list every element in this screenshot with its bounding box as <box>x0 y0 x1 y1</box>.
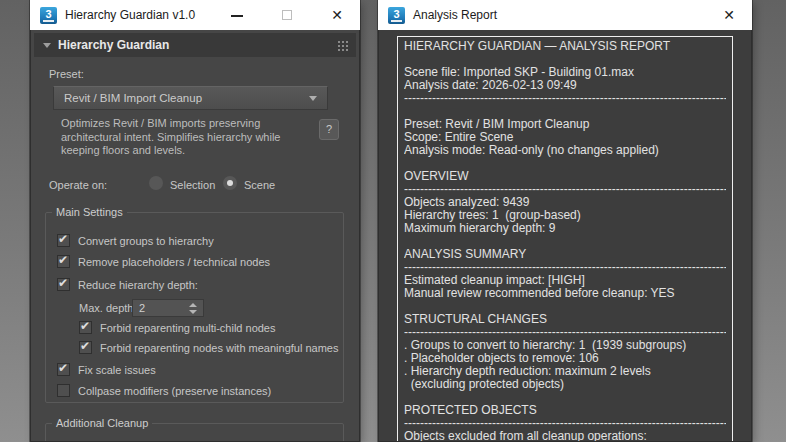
hierarchy-guardian-window: 3 Hierarchy Guardian v1.0 ✕ Hierarchy Gu… <box>30 0 360 442</box>
checkbox-icon[interactable] <box>79 321 92 334</box>
main-settings-title: Main Settings <box>52 206 127 218</box>
checkbox-icon[interactable] <box>57 255 70 268</box>
spinner-arrows-icon[interactable] <box>189 303 197 314</box>
checkbox-label: Remove placeholders / technical nodes <box>78 256 270 268</box>
report-line: ANALYSIS SUMMARY <box>404 248 726 261</box>
report-text-area[interactable]: HIERARCHY GUARDIAN — ANALYSIS REPORT Sce… <box>397 36 733 442</box>
radio-scene-label[interactable]: Scene <box>244 179 275 191</box>
preset-description: Optimizes Revit / BIM imports preserving… <box>61 117 306 158</box>
close-button[interactable]: ✕ <box>330 8 344 22</box>
right-titlebar: 3 Analysis Report ✕ <box>378 0 752 30</box>
checkbox-label: Forbid reparenting nodes with meaningful… <box>100 342 338 354</box>
report-line: ----------------------------------------… <box>404 417 726 430</box>
checkbox-label: Fix scale issues <box>78 364 156 376</box>
maximize-icon <box>282 10 292 20</box>
report-line: ----------------------------------------… <box>404 92 726 105</box>
chevron-down-icon <box>309 96 317 101</box>
max-depth-label: Max. depth <box>79 302 133 314</box>
additional-cleanup-group: Additional Cleanup <box>45 423 344 442</box>
checkbox-label: Collpase modifiers (preserve instances) <box>78 385 271 397</box>
minimize-button[interactable] <box>230 8 244 22</box>
right-window-title: Analysis Report <box>413 8 497 22</box>
radio-scene[interactable] <box>223 176 237 190</box>
report-line <box>404 391 726 404</box>
checkbox-fix-scale[interactable]: Fix scale issues <box>57 363 156 376</box>
report-line <box>404 105 726 118</box>
report-line: . Hierarchy depth reduction: maximum 2 l… <box>404 365 726 378</box>
checkbox-label: Forbid reparenting multi-child nodes <box>100 322 275 334</box>
preset-label: Preset: <box>49 68 84 80</box>
close-icon: ✕ <box>722 8 736 22</box>
report-line <box>404 53 726 66</box>
radio-selection-label[interactable]: Selection <box>170 179 215 191</box>
additional-cleanup-title: Additional Cleanup <box>52 417 152 429</box>
report-line: Analysis mode: Read-only (no changes app… <box>404 144 726 157</box>
report-line <box>404 235 726 248</box>
max-depth-spinner[interactable]: 2 <box>132 299 204 317</box>
checkbox-remove-placeholders[interactable]: Remove placeholders / technical nodes <box>57 255 270 268</box>
report-line: Scene file: Imported SKP - Building 01.m… <box>404 66 726 79</box>
report-line: Analysis date: 2026-02-13 09:49 <box>404 79 726 92</box>
report-line: . Placeholder objects to remove: 106 <box>404 352 726 365</box>
preset-description-line: architectural intent. Simplifies hierarc… <box>61 131 306 145</box>
report-line: Estimated cleanup impact: [HIGH] <box>404 274 726 287</box>
preset-dropdown-value: Revit / BIM Import Cleanup <box>64 92 309 104</box>
rollout-header[interactable]: Hierarchy Guardian <box>34 33 356 57</box>
rollout-collapse-icon <box>43 43 51 48</box>
max-depth-row: Max. depth 2 <box>57 301 317 319</box>
checkbox-label: Reduce hierarchy depth: <box>78 279 198 291</box>
report-line: STRUCTURAL CHANGES <box>404 313 726 326</box>
preset-dropdown[interactable]: Revit / BIM Import Cleanup <box>53 86 328 110</box>
report-line: Manual review recommended before cleanup… <box>404 287 726 300</box>
report-line: HIERARCHY GUARDIAN — ANALYSIS REPORT <box>404 40 726 53</box>
left-titlebar: 3 Hierarchy Guardian v1.0 ✕ <box>30 0 360 30</box>
checkbox-icon[interactable] <box>57 363 70 376</box>
close-icon: ✕ <box>330 8 344 22</box>
report-line: . Groups to convert to hierarchy: 1 (193… <box>404 339 726 352</box>
report-line: Objects excluded from all cleanup operat… <box>404 430 726 442</box>
report-line <box>404 300 726 313</box>
3dsmax-app-icon: 3 <box>40 7 57 24</box>
report-line: (excluding protected objects) <box>404 378 726 391</box>
report-line <box>404 157 726 170</box>
right-window-body: HIERARCHY GUARDIAN — ANALYSIS REPORT Sce… <box>378 30 752 442</box>
report-line: Scope: Entire Scene <box>404 131 726 144</box>
preset-description-line: keeping floors and levels. <box>61 144 306 158</box>
checkbox-label: Convert groups to hierarchy <box>78 235 214 247</box>
max-depth-value: 2 <box>139 302 189 314</box>
report-line: Maximum hierarchy depth: 9 <box>404 222 726 235</box>
rollout-grip-icon[interactable] <box>338 41 347 50</box>
report-line: Preset: Revit / BIM Import Cleanup <box>404 118 726 131</box>
left-window-title: Hierarchy Guardian v1.0 <box>65 8 195 22</box>
report-line: Objects analyzed: 9439 <box>404 196 726 209</box>
rollout-title: Hierarchy Guardian <box>58 38 169 52</box>
checkbox-reduce-depth[interactable]: Reduce hierarchy depth: <box>57 278 198 291</box>
report-line: ----------------------------------------… <box>404 261 726 274</box>
report-line: Hierarchy trees: 1 (group-based) <box>404 209 726 222</box>
help-button[interactable]: ? <box>319 119 339 140</box>
checkbox-forbid-multichild[interactable]: Forbid reparenting multi-child nodes <box>79 321 275 334</box>
3dsmax-app-icon: 3 <box>388 7 405 24</box>
checkbox-icon[interactable] <box>57 234 70 247</box>
analysis-report-window: 3 Analysis Report ✕ HIERARCHY GUARDIAN —… <box>378 0 752 442</box>
checkbox-convert-groups[interactable]: Convert groups to hierarchy <box>57 234 214 247</box>
report-line: ----------------------------------------… <box>404 326 726 339</box>
preset-description-line: Optimizes Revit / BIM imports preserving <box>61 117 306 131</box>
checkbox-icon[interactable] <box>57 278 70 291</box>
maximize-button[interactable] <box>280 8 294 22</box>
checkbox-forbid-meaningful[interactable]: Forbid reparenting nodes with meaningful… <box>79 341 338 354</box>
checkbox-icon[interactable] <box>79 341 92 354</box>
close-button[interactable]: ✕ <box>722 8 736 22</box>
minimize-icon <box>231 15 243 17</box>
report-line: OVERVIEW <box>404 170 726 183</box>
left-window-body: Hierarchy Guardian Preset: Revit / BIM I… <box>30 30 360 442</box>
checkbox-collapse-modifiers[interactable]: Collpase modifiers (preserve instances) <box>57 384 271 397</box>
report-line: ----------------------------------------… <box>404 183 726 196</box>
operate-on-label: Operate on: <box>49 179 107 191</box>
report-line: PROTECTED OBJECTS <box>404 404 726 417</box>
radio-selection[interactable] <box>149 176 163 190</box>
checkbox-icon[interactable] <box>57 384 70 397</box>
